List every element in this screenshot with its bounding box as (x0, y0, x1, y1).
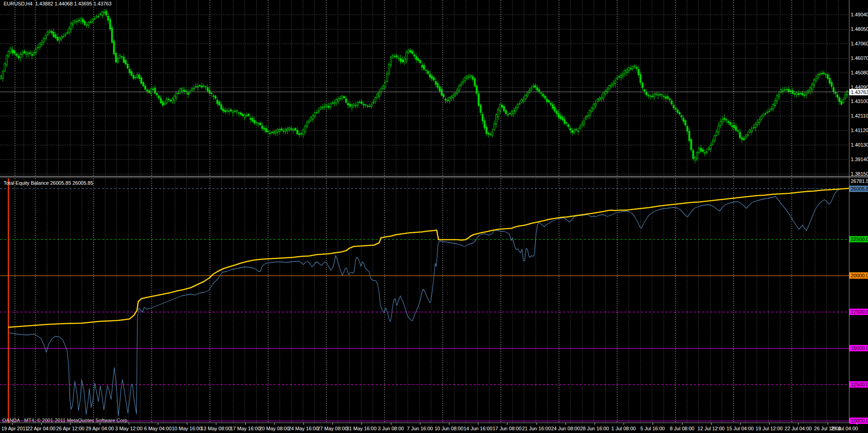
level-value-label: 22500.0 (849, 236, 868, 242)
price-tick-label: 1.38150 (851, 171, 868, 177)
time-tick (41, 423, 42, 425)
price-grid (0, 15, 849, 174)
price-tick-label: 1.48050 (851, 26, 868, 32)
price-tick-label: 1.40130 (851, 142, 868, 148)
time-tick (566, 423, 566, 425)
time-tick (478, 423, 478, 425)
price-tick-label: 1.45080 (851, 70, 868, 76)
time-label: 27 May 08:00 (317, 426, 348, 431)
time-label: 7 Jun 16:00 (407, 426, 433, 431)
time-label: 29 Apr 04:00 (86, 426, 114, 431)
time-label: 19 Jul 12:00 (756, 426, 783, 431)
time-tick (769, 423, 770, 425)
main-price-chart[interactable] (0, 0, 849, 176)
price-tick-label: 1.46070 (851, 55, 868, 61)
time-tick (245, 423, 246, 425)
candle-series (0, 9, 848, 163)
indicator-max-label: 26781.5 (851, 178, 868, 184)
price-axis-border (849, 0, 849, 423)
balance-line (9, 188, 848, 327)
time-tick (70, 423, 71, 425)
level-value-label: 10000.0 (849, 418, 868, 424)
time-label: 26 Apr 12:00 (56, 426, 84, 431)
time-tick (391, 423, 391, 425)
time-label: 24 Jun 08:00 (551, 426, 580, 431)
time-tick (857, 423, 857, 425)
time-tick (828, 423, 828, 425)
price-tick-label: 1.47060 (851, 41, 868, 47)
time-tick (595, 423, 595, 425)
price-tick-label: 1.49040 (851, 12, 868, 18)
time-label: 5 Jul 16:00 (640, 426, 665, 431)
time-tick (682, 423, 683, 425)
price-tick-label: 1.41120 (851, 128, 868, 133)
time-tick (711, 423, 712, 425)
time-tick (624, 423, 624, 425)
time-tick (274, 423, 275, 425)
session-grid (15, 178, 839, 423)
time-tick (449, 423, 449, 425)
session-grid (15, 0, 839, 176)
level-value-label: 17500.0 (849, 309, 868, 315)
time-tick (100, 423, 100, 425)
time-label: 6 May 04:00 (144, 426, 172, 431)
level-value-label: 15000.0 (849, 345, 868, 351)
current-price-label: 1.43763 (849, 89, 868, 95)
time-label: 15 Jul 04:00 (727, 426, 754, 431)
time-label: 10 Jun 08:00 (434, 426, 463, 431)
time-label: 17 May 16:00 (230, 426, 261, 431)
time-label: 8 Jul 08:00 (670, 426, 694, 431)
time-label: 12 Jul 12:00 (697, 426, 725, 431)
indicator-title: Total Equity Balance 26005.85 26005.85 (4, 180, 93, 186)
time-label: 1 Jul 08:00 (611, 426, 636, 431)
time-tick (187, 423, 187, 425)
time-label: 3 Jun 08:00 (378, 426, 404, 431)
level-value-label: 12500.0 (849, 381, 868, 388)
time-tick (129, 423, 129, 425)
time-axis-border (0, 423, 868, 423)
mt4-window: EURUSD,H4 1.43882 1.44068 1.43695 1.4376… (0, 0, 868, 433)
price-tick-label: 1.42110 (851, 113, 868, 119)
time-tick (303, 423, 304, 425)
time-label: 13 May 08:00 (201, 426, 231, 431)
time-tick (653, 423, 653, 425)
panel-divider[interactable] (0, 176, 868, 177)
time-label: 10 May 16:00 (172, 426, 202, 431)
time-label: 14 Jun 16:00 (463, 426, 493, 431)
current-equity-label: 26005.8 (849, 186, 868, 192)
time-label: 31 May 16:00 (346, 426, 377, 431)
price-tick-label: 1.43100 (851, 98, 868, 104)
ohlc-info: EURUSD,H4 1.43882 1.44068 1.43695 1.4376… (4, 1, 112, 7)
level-lines (0, 240, 849, 421)
time-tick (536, 423, 537, 425)
time-tick (216, 423, 216, 425)
time-tick (798, 423, 799, 425)
time-label: 22 Jul 04:00 (785, 426, 812, 431)
time-tick (740, 423, 741, 425)
time-label: 19 Apr 2011 (1, 426, 28, 431)
time-label: 22 Apr 04:00 (27, 426, 55, 431)
time-tick (420, 423, 420, 425)
time-tick (158, 423, 158, 425)
time-tick (332, 423, 333, 425)
time-label: 21 Jun 16:00 (522, 426, 551, 431)
level-value-label: 20000.0 (849, 272, 868, 279)
time-label: 17 Jun 08:00 (493, 426, 522, 431)
time-label: 3 May 12:00 (115, 426, 143, 431)
panel-divider-shadow (0, 177, 868, 178)
equity-indicator-chart[interactable] (0, 178, 849, 425)
time-tick (361, 423, 362, 425)
time-label: 28 Jun 16:00 (580, 426, 609, 431)
time-label: 24 May 16:00 (288, 426, 319, 431)
time-label: 29 Jul 04:00 (831, 426, 858, 431)
equity-line (9, 188, 848, 416)
time-tick (12, 423, 13, 425)
time-tick (507, 423, 507, 425)
time-label: 20 May 08:00 (259, 426, 290, 431)
price-tick-label: 1.39140 (851, 157, 868, 162)
